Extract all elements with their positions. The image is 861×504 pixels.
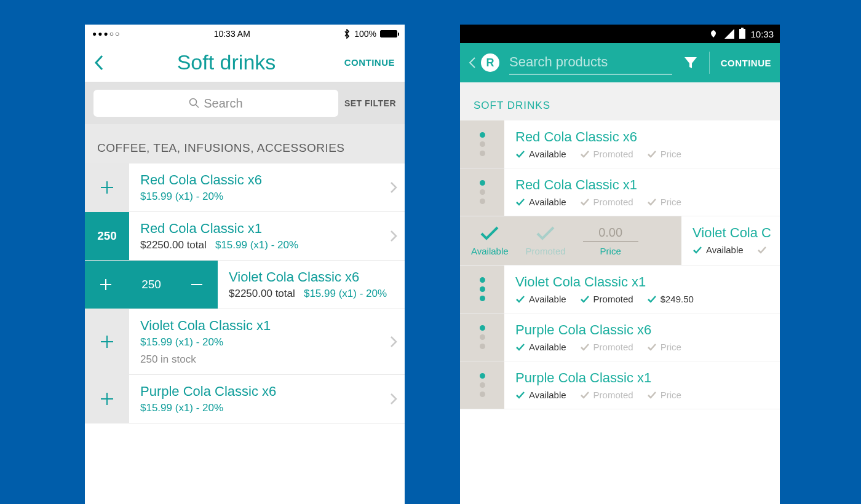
battery-percent: 100% [354, 29, 376, 39]
product-list: Red Cola Classic x6 Available Promoted P… [460, 120, 780, 409]
set-filter-button[interactable]: SET FILTER [344, 98, 396, 108]
tag-price: Price [647, 390, 681, 400]
tag-promoted: Promoted [580, 390, 633, 400]
product-name: Violet Cola Classic x6 [229, 269, 405, 285]
ios-phone: ●●●○○ 10:33 AM 100% Soft drinks CONTINUE… [85, 25, 405, 504]
status-dots [460, 361, 504, 409]
tag-promoted: Promoted [580, 294, 633, 304]
price-input[interactable]: 0.00Price [583, 226, 638, 256]
battery-icon [739, 29, 745, 39]
tag-available: Available [692, 245, 744, 255]
search-placeholder: Search products [509, 54, 608, 70]
product-name: Red Cola Classic x1 [515, 177, 772, 193]
plus-icon[interactable] [99, 278, 113, 291]
plus-icon [99, 391, 115, 407]
toggle-promoted[interactable]: Promoted [526, 225, 566, 256]
toggle-available[interactable]: Available [471, 225, 509, 256]
back-button[interactable] [469, 57, 476, 69]
product-row[interactable]: Purple Cola Classic x6 $15.99 (x1) - 20% [85, 375, 405, 423]
tag-price: Price [647, 342, 681, 352]
product-name: Red Cola Classic x1 [140, 221, 375, 237]
ios-status-bar: ●●●○○ 10:33 AM 100% [85, 25, 405, 43]
minus-icon[interactable] [190, 278, 204, 291]
tag-available: Available [515, 294, 566, 304]
search-icon [189, 98, 200, 109]
search-filter-row: Search SET FILTER [85, 82, 405, 124]
signal-dots-icon: ●●●○○ [92, 30, 121, 38]
chevron-right-icon [383, 212, 405, 260]
product-price: $15.99 (x1) - 20% [140, 402, 375, 414]
product-price: $15.99 (x1) - 20% [140, 191, 375, 203]
product-name: Violet Cola Classic x1 [515, 274, 772, 290]
tag-available: Available [515, 342, 566, 352]
quantity-stepper[interactable]: 250 [85, 261, 218, 309]
chevron-right-icon [383, 163, 405, 211]
tag-price: $249.50 [647, 294, 694, 304]
status-time: 10:33 [750, 29, 774, 39]
product-name: Violet Cola Classic x1 [140, 318, 375, 334]
chevron-right-icon [383, 375, 405, 423]
status-time: 10:33 AM [214, 29, 250, 39]
product-total: $2250.00 total [229, 288, 295, 299]
product-row[interactable]: Purple Cola Classic x6 Available Promote… [460, 313, 780, 361]
filter-button[interactable] [677, 56, 704, 69]
product-price: $15.99 (x1) - 20% [140, 336, 375, 348]
product-row[interactable]: 250 Red Cola Classic x1 $2250.00 total $… [85, 212, 405, 261]
quantity-badge[interactable]: 250 [85, 212, 129, 260]
tag-promoted: Promoted [580, 149, 633, 159]
stock-label: 250 in stock [140, 353, 375, 366]
android-status-bar: 10:33 [460, 25, 780, 43]
status-dots [460, 168, 504, 216]
product-row[interactable]: Violet Cola Classic x1 $15.99 (x1) - 20%… [85, 309, 405, 375]
plus-icon [99, 334, 115, 350]
product-name: Purple Cola Classic x1 [515, 370, 772, 386]
product-name: Purple Cola Classic x6 [140, 384, 375, 400]
quantity-value: 250 [141, 278, 161, 291]
product-row[interactable]: Purple Cola Classic x1 Available Promote… [460, 361, 780, 409]
tag-extra [757, 245, 767, 255]
ios-nav-bar: Soft drinks CONTINUE [85, 43, 405, 82]
nav-divider [709, 52, 710, 74]
add-button[interactable] [85, 309, 129, 374]
wifi-icon [707, 29, 720, 39]
continue-button[interactable]: CONTINUE [331, 57, 405, 68]
product-row[interactable]: Red Cola Classic x1 Available Promoted P… [460, 168, 780, 216]
android-nav-bar: R Search products CONTINUE [460, 43, 780, 82]
filter-icon [683, 56, 698, 69]
android-phone: 10:33 R Search products CONTINUE SOFT DR… [460, 25, 780, 504]
tag-available: Available [515, 390, 566, 400]
product-name: Red Cola Classic x6 [515, 129, 772, 145]
product-row-expanded[interactable]: 250 Violet Cola Classic x6 $2250.00 tota… [85, 261, 405, 309]
search-input[interactable]: Search [93, 90, 338, 117]
product-row[interactable]: Red Cola Classic x6 Available Promoted P… [460, 120, 780, 168]
status-dots [460, 266, 504, 313]
battery-icon [380, 30, 397, 37]
search-placeholder: Search [204, 96, 242, 111]
product-price: $15.99 (x1) - 20% [215, 239, 298, 251]
product-row-expanded[interactable]: Available Promoted 0.00Price Violet Cola… [460, 216, 780, 266]
product-name: Red Cola Classic x6 [140, 172, 375, 188]
tag-promoted: Promoted [580, 342, 633, 352]
tag-promoted: Promoted [580, 197, 633, 207]
section-header: COFFEE, TEA, INFUSIONS, ACCESSORIES [85, 124, 405, 163]
add-button[interactable] [85, 375, 129, 423]
product-price: $15.99 (x1) - 20% [304, 288, 387, 299]
product-row[interactable]: Violet Cola Classic x1 Available Promote… [460, 266, 780, 313]
product-name: Purple Cola Classic x6 [515, 322, 772, 338]
search-input[interactable]: Search products [509, 50, 672, 75]
status-dots [460, 313, 504, 361]
add-button[interactable] [85, 163, 129, 211]
app-logo: R [481, 53, 499, 72]
chevron-right-icon [383, 309, 405, 374]
back-button[interactable] [85, 53, 122, 72]
tag-available: Available [515, 197, 566, 207]
product-row[interactable]: Red Cola Classic x6 $15.99 (x1) - 20% [85, 163, 405, 212]
section-header: SOFT DRINKS [460, 82, 780, 120]
svg-line-1 [196, 104, 199, 108]
svg-point-0 [190, 99, 197, 106]
tag-available: Available [515, 149, 566, 159]
continue-button[interactable]: CONTINUE [715, 58, 771, 68]
product-total: $2250.00 total [140, 239, 207, 251]
product-name: Violet Cola C [692, 225, 780, 241]
signal-icon [724, 29, 734, 39]
